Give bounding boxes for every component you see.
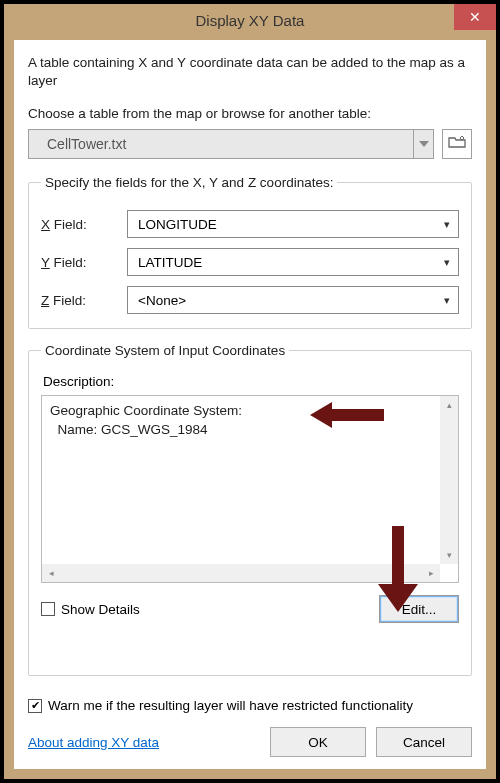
fields-group: Specify the fields for the X, Y and Z co… [28, 175, 472, 329]
table-combobox[interactable]: CellTower.txt [28, 129, 434, 159]
about-link[interactable]: About adding XY data [28, 735, 159, 750]
coord-system-group: Coordinate System of Input Coordinates D… [28, 343, 472, 676]
chevron-down-icon: ▾ [444, 218, 450, 231]
edit-button-label: Edit... [402, 602, 437, 617]
close-icon: ✕ [469, 9, 481, 25]
description-line: Name: GCS_WGS_1984 [50, 421, 438, 439]
y-field-value: LATITUDE [128, 255, 202, 270]
z-field-label: Z Field: [41, 293, 127, 308]
x-field-label: X Field: [41, 217, 127, 232]
description-textbox[interactable]: Geographic Coordinate System: Name: GCS_… [41, 395, 459, 583]
z-field-row: Z Field: <None> ▾ [41, 286, 459, 314]
edit-button[interactable]: Edit... [379, 595, 459, 623]
cancel-button-label: Cancel [403, 735, 445, 750]
scroll-left-icon[interactable]: ◂ [42, 564, 60, 582]
vertical-scrollbar[interactable]: ▴ ▾ [440, 396, 458, 564]
description-content: Geographic Coordinate System: Name: GCS_… [50, 402, 438, 562]
titlebar[interactable]: Display XY Data ✕ [4, 4, 496, 36]
window-title: Display XY Data [196, 12, 305, 29]
horizontal-scrollbar[interactable]: ◂ ▸ [42, 564, 440, 582]
checkbox-box [41, 602, 55, 616]
svg-marker-0 [419, 141, 429, 147]
y-field-row: Y Field: LATITUDE ▾ [41, 248, 459, 276]
x-field-row: X Field: LONGITUDE ▾ [41, 210, 459, 238]
chevron-down-icon[interactable] [413, 130, 433, 158]
bottom-button-row: About adding XY data OK Cancel [28, 727, 472, 757]
ok-button[interactable]: OK [270, 727, 366, 757]
warn-checkbox[interactable]: ✔ Warn me if the resulting layer will ha… [28, 698, 472, 713]
description-line: Geographic Coordinate System: [50, 402, 438, 420]
ok-button-label: OK [308, 735, 328, 750]
y-field-label: Y Field: [41, 255, 127, 270]
show-details-checkbox[interactable]: Show Details [41, 602, 140, 617]
dialog-window: Display XY Data ✕ A table containing X a… [0, 0, 500, 783]
scroll-right-icon[interactable]: ▸ [422, 564, 440, 582]
chevron-down-icon: ▾ [444, 256, 450, 269]
choose-table-label: Choose a table from the map or browse fo… [28, 106, 472, 121]
cancel-button[interactable]: Cancel [376, 727, 472, 757]
below-description-row: Show Details Edit... [41, 595, 459, 623]
warn-label: Warn me if the resulting layer will have… [48, 698, 413, 713]
browse-button[interactable] [442, 129, 472, 159]
show-details-label: Show Details [61, 602, 140, 617]
coord-system-legend: Coordinate System of Input Coordinates [41, 343, 289, 358]
table-combobox-value: CellTower.txt [29, 136, 126, 152]
table-select-row: CellTower.txt [28, 129, 472, 159]
description-label: Description: [43, 374, 459, 389]
x-field-value: LONGITUDE [128, 217, 217, 232]
x-field-select[interactable]: LONGITUDE ▾ [127, 210, 459, 238]
y-field-select[interactable]: LATITUDE ▾ [127, 248, 459, 276]
fields-legend: Specify the fields for the X, Y and Z co… [41, 175, 337, 190]
close-button[interactable]: ✕ [454, 4, 496, 30]
z-field-value: <None> [128, 293, 186, 308]
chevron-down-icon: ▾ [444, 294, 450, 307]
scroll-up-icon[interactable]: ▴ [440, 396, 458, 414]
intro-text: A table containing X and Y coordinate da… [28, 54, 472, 90]
scroll-down-icon[interactable]: ▾ [440, 546, 458, 564]
checkbox-box: ✔ [28, 699, 42, 713]
dialog-body: A table containing X and Y coordinate da… [14, 40, 486, 769]
open-folder-icon [448, 135, 466, 153]
z-field-select[interactable]: <None> ▾ [127, 286, 459, 314]
